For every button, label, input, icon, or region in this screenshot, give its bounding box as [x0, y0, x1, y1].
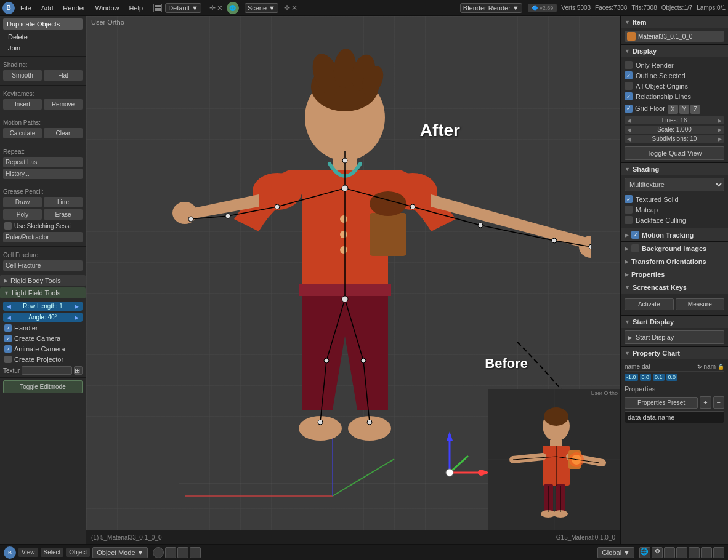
menu-help[interactable]: Help	[125, 3, 148, 13]
material-badge[interactable]: Material33_0.1_0_0	[625, 31, 724, 42]
menu-file[interactable]: File	[16, 3, 36, 13]
shading-mode-select[interactable]: Multitexture	[625, 178, 724, 191]
grid-z-button[interactable]: Z	[690, 105, 700, 114]
refresh-icon[interactable]: ↻	[697, 364, 702, 370]
view-icon-4[interactable]	[190, 547, 201, 558]
layout-selector[interactable]: Default ▼	[165, 3, 201, 13]
clear-button[interactable]: Clear	[44, 128, 83, 138]
draw-button[interactable]: Draw	[3, 197, 42, 207]
display-body: Only Render Outline Selected All Object …	[621, 57, 728, 162]
background-images-header[interactable]: ▶ Background Images	[621, 242, 728, 255]
bottom-icon-11[interactable]	[713, 547, 724, 558]
preset-delete-button[interactable]: −	[713, 396, 724, 409]
scene-selector[interactable]: Scene ▼	[245, 3, 278, 13]
toggle-quad-view-button[interactable]: Toggle Quad View	[625, 146, 724, 160]
viewport[interactable]: User Ortho	[86, 16, 620, 544]
bottom-icon-7[interactable]	[664, 547, 675, 558]
animate-camera-checkbox[interactable]	[4, 345, 12, 353]
repeat-last-button[interactable]: Repeat Last	[3, 157, 83, 167]
val1[interactable]: -1.0	[625, 374, 638, 381]
grid-x-button[interactable]: X	[668, 105, 678, 114]
svg-point-13	[172, 202, 197, 224]
menu-window[interactable]: Window	[91, 3, 123, 13]
transform-orientations-header[interactable]: ▶ Transform Orientations	[621, 255, 728, 268]
relationship-lines-checkbox[interactable]	[625, 92, 633, 100]
lines-slider[interactable]: ◀ Lines: 16 ▶	[625, 116, 724, 124]
global-selector[interactable]: Global ▼	[597, 547, 634, 558]
measure-button[interactable]: Measure	[676, 298, 725, 310]
duplicate-objects-dropdown[interactable]: Duplicate Objects	[3, 18, 83, 30]
start-display-header[interactable]: ▼ Start Display	[621, 316, 728, 328]
smooth-button[interactable]: Smooth	[3, 70, 42, 81]
flat-button[interactable]: Flat	[44, 70, 83, 81]
bottom-icon-5[interactable]: 🌐	[639, 547, 650, 558]
view-icon-2[interactable]	[165, 547, 176, 558]
val3[interactable]: 0.1	[653, 374, 665, 381]
motion-tracking-header[interactable]: ▶ Motion Tracking	[621, 228, 728, 241]
scale-slider[interactable]: ◀ Scale: 1.000 ▶	[625, 126, 724, 134]
matcap-checkbox[interactable]	[625, 206, 633, 214]
display-header[interactable]: ▼ Display	[621, 45, 728, 57]
outline-selected-checkbox[interactable]	[625, 71, 633, 79]
toggle-editmode-button[interactable]: Toggle Editmode	[3, 380, 83, 393]
all-object-origins-checkbox[interactable]	[625, 82, 633, 90]
bottom-app-icon[interactable]: B	[4, 546, 16, 559]
bottom-icon-6[interactable]: ⚙	[652, 547, 663, 558]
textured-solid-checkbox[interactable]	[625, 195, 633, 203]
line-button[interactable]: Line	[44, 197, 83, 207]
screencast-header[interactable]: ▼ Screencast Keys	[621, 281, 728, 294]
start-display-section: ▼ Start Display ▶ Start Display	[621, 316, 728, 347]
bottom-icon-8[interactable]	[676, 547, 687, 558]
val2[interactable]: 0.0	[640, 374, 652, 381]
bottom-icon-9[interactable]	[689, 547, 700, 558]
select-menu-button[interactable]: Select	[41, 548, 64, 557]
subdivisions-slider[interactable]: ◀ Subdivisions: 10 ▶	[625, 135, 724, 143]
view-icon-1[interactable]	[153, 547, 164, 558]
light-field-tools-header[interactable]: ▼ Light Field Tools	[0, 287, 86, 298]
item-header[interactable]: ▼ Item	[621, 16, 728, 28]
cell-fracture-button[interactable]: Cell Fracture	[3, 260, 83, 271]
calculate-button[interactable]: Calculate	[3, 128, 42, 138]
app-icon[interactable]: B	[2, 2, 15, 14]
poly-button[interactable]: Poly	[3, 209, 42, 220]
shading-header[interactable]: ▼ Shading	[621, 163, 728, 175]
delete-item[interactable]: Delete	[3, 31, 83, 42]
view-icon-3[interactable]	[177, 547, 188, 558]
ruler-button[interactable]: Ruler/Protractor	[3, 232, 83, 242]
background-images-checkbox[interactable]	[631, 244, 639, 252]
object-menu-button[interactable]: Object	[66, 548, 90, 557]
remove-keyframe-button[interactable]: Remove	[44, 99, 83, 110]
menu-render[interactable]: Render	[59, 3, 89, 13]
data-path-input[interactable]	[625, 411, 724, 423]
create-projector-checkbox[interactable]	[4, 356, 12, 363]
insert-keyframe-button[interactable]: Insert	[3, 99, 42, 110]
preset-add-button[interactable]: +	[700, 396, 711, 409]
handler-checkbox[interactable]	[4, 324, 12, 332]
history-button[interactable]: History...	[3, 169, 83, 179]
object-mode-selector[interactable]: Object Mode ▼	[92, 547, 148, 558]
properties-preset-button[interactable]: Properties Preset	[625, 397, 698, 409]
create-camera-checkbox[interactable]	[4, 335, 12, 342]
val4[interactable]: 0.0	[666, 374, 678, 381]
backface-culling-checkbox[interactable]	[625, 216, 633, 224]
view-menu-button[interactable]: View	[18, 548, 38, 557]
row-length-slider[interactable]: ◀ Row Length: 1 ▶	[3, 302, 83, 311]
grid-floor-checkbox[interactable]	[625, 105, 633, 113]
activate-button[interactable]: Activate	[625, 298, 674, 310]
erase-button[interactable]: Erase	[44, 209, 83, 220]
angle-slider[interactable]: ◀ Angle: 40° ▶	[3, 313, 83, 322]
textur-picker[interactable]: ⊞	[74, 366, 83, 375]
join-item[interactable]: Join	[3, 42, 83, 54]
rigid-body-tools-header[interactable]: ▶ Rigid Body Tools	[0, 275, 86, 286]
engine-selector[interactable]: Blender Render ▼	[460, 3, 522, 13]
grid-y-button[interactable]: Y	[679, 105, 690, 114]
property-chart-header[interactable]: ▼ Property Chart	[621, 347, 728, 359]
use-sketching-checkbox[interactable]	[4, 222, 12, 230]
start-display-button[interactable]: ▶ Start Display	[625, 330, 724, 344]
only-render-checkbox[interactable]	[625, 61, 633, 69]
menu-add[interactable]: Add	[37, 3, 58, 13]
lock-icon[interactable]: 🔒	[718, 364, 724, 370]
bottom-icon-10[interactable]	[701, 547, 712, 558]
properties-header[interactable]: ▶ Properties	[621, 268, 728, 281]
motion-tracking-checkbox[interactable]	[631, 231, 639, 239]
